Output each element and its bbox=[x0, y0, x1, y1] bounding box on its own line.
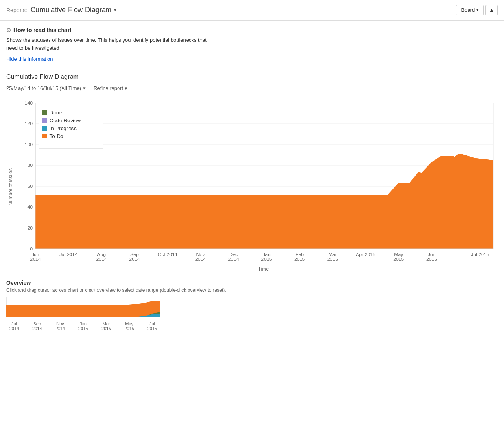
svg-text:Jan: Jan bbox=[263, 252, 271, 257]
board-button[interactable]: Board ▾ bbox=[456, 5, 484, 15]
svg-text:140: 140 bbox=[25, 101, 33, 105]
svg-text:40: 40 bbox=[27, 205, 33, 209]
overview-x-label-1: Jul 2014 bbox=[6, 321, 22, 331]
date-range-row: 25/May/14 to 16/Jul/15 (All Time) ▾ Refi… bbox=[6, 85, 498, 91]
overview-x-label-7: Jul 2015 bbox=[144, 321, 160, 331]
svg-text:Jul 2015: Jul 2015 bbox=[471, 252, 489, 257]
svg-text:0: 0 bbox=[30, 247, 33, 251]
svg-text:Sep: Sep bbox=[130, 252, 139, 257]
title-dropdown-arrow: ▾ bbox=[114, 7, 116, 13]
svg-text:Nov: Nov bbox=[196, 252, 205, 257]
main-chart-svg: 0 20 40 60 80 100 120 140 bbox=[13, 99, 498, 265]
info-section: ⊙ How to read this chart Shows the statu… bbox=[0, 21, 504, 67]
svg-text:May: May bbox=[394, 252, 403, 257]
chart-area: 0 20 40 60 80 100 120 140 bbox=[13, 99, 498, 275]
chart-section: Cumulative Flow Diagram 25/May/14 to 16/… bbox=[0, 67, 504, 275]
info-title: ⊙ How to read this chart bbox=[6, 27, 498, 33]
main-chart-wrap: Number of Issues 0 20 40 60 80 bbox=[6, 99, 498, 275]
overview-x-label-5: Mar 2015 bbox=[98, 321, 114, 331]
header-bar: Reports: Cumulative Flow Diagram ▾ Board… bbox=[0, 0, 504, 21]
overview-section: Overview Click and drag cursor across ch… bbox=[0, 275, 504, 337]
hide-info-link[interactable]: Hide this information bbox=[6, 56, 53, 62]
svg-text:In Progress: In Progress bbox=[50, 126, 77, 131]
help-icon: ⊙ bbox=[6, 27, 11, 33]
overview-x-labels: Jul 2014 Sep 2014 Nov 2014 Jan 2015 Mar … bbox=[6, 321, 160, 331]
svg-text:2014: 2014 bbox=[195, 257, 206, 261]
svg-text:Aug: Aug bbox=[97, 252, 106, 257]
overview-x-label-3: Nov 2014 bbox=[52, 321, 68, 331]
svg-text:Jun: Jun bbox=[428, 252, 436, 257]
svg-text:To Do: To Do bbox=[50, 134, 63, 139]
header-title: Reports: Cumulative Flow Diagram ▾ bbox=[6, 6, 116, 14]
svg-text:Feb: Feb bbox=[295, 252, 304, 257]
svg-text:2014: 2014 bbox=[228, 257, 239, 261]
x-axis-time-label: Time bbox=[29, 266, 498, 275]
reports-label: Reports: bbox=[6, 7, 27, 13]
svg-rect-51 bbox=[42, 126, 47, 131]
diagram-title-dropdown[interactable]: Cumulative Flow Diagram ▾ bbox=[30, 6, 116, 14]
svg-text:Jul 2014: Jul 2014 bbox=[59, 252, 78, 257]
svg-text:2015: 2015 bbox=[294, 257, 305, 261]
collapse-button[interactable]: ▲ bbox=[485, 5, 498, 15]
svg-text:120: 120 bbox=[25, 121, 33, 126]
svg-text:2014: 2014 bbox=[30, 257, 41, 261]
svg-text:Jun: Jun bbox=[32, 252, 39, 257]
overview-x-label-4: Jan 2015 bbox=[75, 321, 91, 331]
svg-text:Done: Done bbox=[50, 110, 62, 116]
svg-rect-53 bbox=[42, 134, 47, 138]
svg-text:Mar: Mar bbox=[329, 252, 337, 257]
svg-text:20: 20 bbox=[27, 226, 33, 230]
overview-chart-svg[interactable] bbox=[6, 297, 160, 321]
svg-text:Dec: Dec bbox=[229, 252, 238, 257]
svg-text:2015: 2015 bbox=[393, 257, 404, 261]
info-description: Shows the statuses of issues over time. … bbox=[6, 36, 219, 52]
svg-rect-49 bbox=[42, 118, 47, 123]
svg-text:Apr 2015: Apr 2015 bbox=[356, 252, 375, 257]
svg-text:2014: 2014 bbox=[96, 257, 107, 261]
header-buttons: Board ▾ ▲ bbox=[456, 5, 498, 15]
svg-text:2015: 2015 bbox=[261, 257, 272, 261]
svg-rect-47 bbox=[42, 110, 47, 115]
refine-report-button[interactable]: Refine report ▾ bbox=[93, 85, 127, 91]
svg-text:2015: 2015 bbox=[327, 257, 338, 261]
svg-text:Oct 2014: Oct 2014 bbox=[158, 252, 177, 257]
overview-x-label-6: May 2015 bbox=[121, 321, 137, 331]
svg-text:100: 100 bbox=[25, 142, 33, 147]
overview-x-label-2: Sep 2014 bbox=[29, 321, 45, 331]
y-axis-label: Number of Issues bbox=[6, 99, 13, 275]
overview-title: Overview bbox=[6, 280, 498, 286]
svg-text:Code Review: Code Review bbox=[50, 118, 81, 123]
svg-text:80: 80 bbox=[27, 163, 33, 168]
svg-text:2014: 2014 bbox=[129, 257, 140, 261]
overview-chart-wrap[interactable]: Jul 2014 Sep 2014 Nov 2014 Jan 2015 Mar … bbox=[6, 297, 498, 331]
overview-desc: Click and drag cursor across chart or ch… bbox=[6, 288, 498, 293]
date-range-button[interactable]: 25/May/14 to 16/Jul/15 (All Time) ▾ bbox=[6, 85, 86, 91]
svg-text:60: 60 bbox=[27, 184, 33, 189]
chart-section-title: Cumulative Flow Diagram bbox=[6, 73, 498, 80]
svg-text:2015: 2015 bbox=[426, 257, 437, 261]
